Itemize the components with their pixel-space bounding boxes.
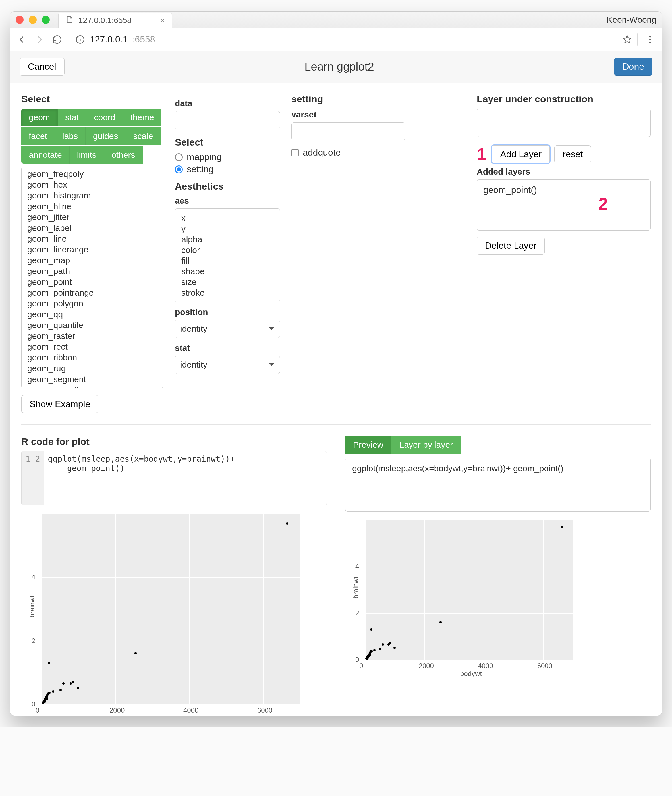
browser-window: 127.0.0.1:6558 × Keon-Woong 127.0.0.1:65… xyxy=(10,11,662,716)
geom-item[interactable]: geom_path xyxy=(22,266,163,277)
geom-item[interactable]: geom_point xyxy=(22,277,163,287)
show-example-button[interactable]: Show Example xyxy=(21,395,98,413)
category-pill-geom[interactable]: geom xyxy=(21,109,58,126)
geom-item[interactable]: geom_smooth xyxy=(22,384,163,388)
geom-item[interactable]: geom_hex xyxy=(22,179,163,190)
setting-title: setting xyxy=(291,93,466,105)
geom-item[interactable]: geom_ribbon xyxy=(22,352,163,363)
position-label: position xyxy=(175,308,280,317)
geom-item[interactable]: geom_label xyxy=(22,223,163,234)
svg-point-1 xyxy=(649,35,651,37)
geom-item[interactable]: geom_freqpoly xyxy=(22,168,163,179)
category-pills: geomstatcoordtheme facetlabsguidesscale … xyxy=(21,109,163,164)
add-layer-button[interactable]: Add Layer xyxy=(492,145,550,163)
aes-item[interactable]: x xyxy=(181,213,274,223)
aes-item[interactable]: size xyxy=(181,277,274,287)
aes-item[interactable]: alpha xyxy=(181,234,274,245)
geom-item[interactable]: geom_raster xyxy=(22,331,163,341)
geom-item[interactable]: geom_rect xyxy=(22,341,163,352)
aes-item[interactable]: stroke xyxy=(181,287,274,298)
geom-item[interactable]: geom_qq xyxy=(22,309,163,320)
category-pill-coord[interactable]: coord xyxy=(86,109,123,126)
radio-setting[interactable]: setting xyxy=(175,164,280,175)
category-pill-limits[interactable]: limits xyxy=(70,146,104,164)
url-bar: 127.0.0.1:6558 xyxy=(10,28,662,51)
category-pill-guides[interactable]: guides xyxy=(86,127,126,145)
scatter-chart-left: 0200040006000024brainwtbodywt xyxy=(41,514,300,704)
category-pill-labs[interactable]: labs xyxy=(55,127,86,145)
maximize-window-icon[interactable] xyxy=(42,16,50,24)
browser-tab[interactable]: 127.0.0.1:6558 × xyxy=(58,13,172,29)
geom-item[interactable]: geom_polygon xyxy=(22,298,163,309)
close-window-icon[interactable] xyxy=(16,16,24,24)
bookmark-icon[interactable] xyxy=(622,34,632,45)
geom-item[interactable]: geom_histogram xyxy=(22,190,163,201)
reload-icon[interactable] xyxy=(52,34,62,45)
geom-item[interactable]: geom_pointrange xyxy=(22,287,163,298)
middle-panel: data Select mapping setting Aesthetics a… xyxy=(175,93,280,374)
main-grid: Select geomstatcoordtheme facetlabsguide… xyxy=(10,83,662,416)
data-input[interactable] xyxy=(175,111,280,129)
chevron-down-icon xyxy=(269,327,275,333)
aes-listbox[interactable]: xyalphacolorfillshapesizestroke xyxy=(175,208,280,302)
radio-mapping[interactable]: mapping xyxy=(175,152,280,162)
added-layers-label: Added layers xyxy=(477,167,651,176)
titlebar: 127.0.0.1:6558 × Keon-Woong xyxy=(10,12,662,28)
code-summary[interactable]: ggplot(msleep,aes(x=bodywt,y=brainwt))+ … xyxy=(345,458,651,512)
menu-icon[interactable] xyxy=(645,34,655,45)
svg-point-3 xyxy=(649,42,651,43)
aes-item[interactable]: fill xyxy=(181,255,274,266)
reset-button[interactable]: reset xyxy=(554,145,591,163)
category-pill-annotate[interactable]: annotate xyxy=(21,146,70,164)
category-pill-stat[interactable]: stat xyxy=(58,109,86,126)
back-icon[interactable] xyxy=(17,34,27,45)
done-button[interactable]: Done xyxy=(614,58,653,75)
geom-item[interactable]: geom_quantile xyxy=(22,320,163,331)
app-title: Learn ggplot2 xyxy=(304,60,374,73)
geom-item[interactable]: geom_linerange xyxy=(22,244,163,255)
chevron-down-icon xyxy=(269,363,275,369)
category-pill-theme[interactable]: theme xyxy=(123,109,161,126)
geom-item[interactable]: geom_line xyxy=(22,234,163,244)
cancel-button[interactable]: Cancel xyxy=(19,58,64,75)
category-pill-scale[interactable]: scale xyxy=(126,127,161,145)
preview-panel: Preview Layer by layer ggplot(msleep,aes… xyxy=(345,436,651,704)
app-header: Cancel Learn ggplot2 Done xyxy=(10,51,662,83)
url-port: :6558 xyxy=(132,34,155,45)
close-tab-icon[interactable]: × xyxy=(160,16,165,25)
window-controls xyxy=(16,16,50,24)
page-icon xyxy=(66,15,74,26)
aes-item[interactable]: shape xyxy=(181,266,274,277)
tab-layer-by-layer[interactable]: Layer by layer xyxy=(392,436,461,454)
url-field[interactable]: 127.0.0.1:6558 xyxy=(70,32,638,48)
geom-item[interactable]: geom_segment xyxy=(22,374,163,384)
aesthetics-title: Aesthetics xyxy=(175,181,280,192)
position-select[interactable]: identity xyxy=(175,320,280,338)
addquote-checkbox[interactable]: addquote xyxy=(291,147,466,158)
site-info-icon[interactable] xyxy=(75,34,85,45)
profile-name[interactable]: Keon-Woong xyxy=(606,15,656,25)
layer-construction-input[interactable] xyxy=(477,109,651,137)
category-pill-facet[interactable]: facet xyxy=(21,127,55,145)
geom-item[interactable]: geom_map xyxy=(22,255,163,266)
varset-input[interactable] xyxy=(291,122,405,141)
stat-label: stat xyxy=(175,343,280,353)
aes-item[interactable]: y xyxy=(181,223,274,234)
aes-item[interactable]: color xyxy=(181,245,274,256)
tab-preview[interactable]: Preview xyxy=(345,436,392,454)
setting-panel: setting varset addquote xyxy=(291,93,466,160)
geom-listbox[interactable]: geom_freqpolygeom_hexgeom_histogramgeom_… xyxy=(21,167,163,388)
category-pill-others[interactable]: others xyxy=(104,146,142,164)
aes-label: aes xyxy=(175,196,280,205)
minimize-window-icon[interactable] xyxy=(29,16,37,24)
forward-icon xyxy=(34,34,45,45)
geom-item[interactable]: geom_hline xyxy=(22,201,163,212)
added-layers-box[interactable]: geom_point() 2 xyxy=(477,179,651,231)
geom-item[interactable]: geom_rug xyxy=(22,363,163,374)
code-editor[interactable]: 1 2 ggplot(msleep,aes(x=bodywt,y=brainwt… xyxy=(21,451,327,505)
stat-select[interactable]: identity xyxy=(175,356,280,374)
geom-item[interactable]: geom_jitter xyxy=(22,212,163,223)
delete-layer-button[interactable]: Delete Layer xyxy=(477,237,545,255)
scatter-chart-right: 0200040006000024brainwtbodywt xyxy=(365,520,573,660)
checkbox-icon xyxy=(291,149,299,156)
